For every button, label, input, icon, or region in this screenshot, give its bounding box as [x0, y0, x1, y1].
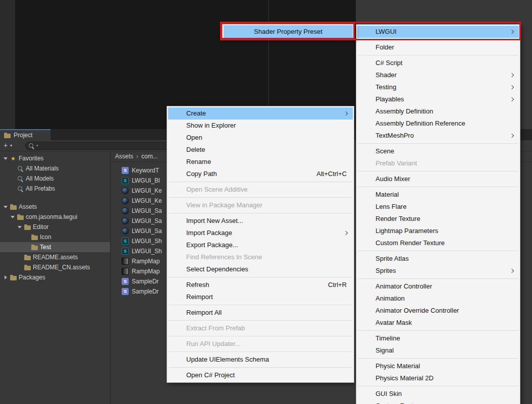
expander-icon[interactable]	[9, 216, 16, 218]
tree-item-editor[interactable]: Editor	[0, 222, 110, 232]
menu-item-sprite-atlas[interactable]: Sprite Atlas	[357, 253, 519, 265]
menu-item-label: Audio Mixer	[376, 175, 410, 183]
menu-item-export-package[interactable]: Export Package...	[168, 239, 353, 251]
lwgui-submenu: Shader Property Preset	[222, 24, 354, 40]
menu-item-scene[interactable]: Scene	[357, 145, 519, 157]
menu-item-c-script[interactable]: C# Script	[357, 57, 519, 69]
menu-item-label: Lens Flare	[376, 203, 406, 210]
star-icon: ★	[11, 156, 16, 161]
left-dock-strip	[0, 0, 15, 129]
create-asset-button[interactable]: +	[4, 141, 8, 149]
menu-item-refresh[interactable]: RefreshCtrl+R	[168, 279, 353, 291]
triangle-closed-icon	[5, 275, 7, 279]
menu-item-create[interactable]: Create	[168, 107, 353, 120]
menu-item-assembly-definition-reference[interactable]: Assembly Definition Reference	[357, 118, 519, 130]
menu-separator	[169, 367, 352, 368]
menu-item-lwgui[interactable]: LWGUI	[357, 26, 519, 38]
menu-item-label: Animator Controller	[376, 282, 432, 290]
menu-item-assembly-definition[interactable]: Assembly Definition	[357, 105, 519, 118]
menu-item-open[interactable]: Open	[168, 132, 353, 144]
tree-item-all-materials[interactable]: All Materials	[0, 163, 110, 174]
folder-icon	[30, 235, 38, 240]
tab-project[interactable]: Project	[0, 129, 50, 140]
menu-item-animation[interactable]: Animation	[357, 293, 519, 305]
menu-item-sprites[interactable]: Sprites	[357, 265, 519, 277]
menu-item-material[interactable]: Material	[357, 189, 519, 201]
menu-item-shader[interactable]: Shader	[357, 69, 519, 81]
menu-item-import-new-asset[interactable]: Import New Asset...	[168, 215, 353, 227]
menu-item-show-in-explorer[interactable]: Show in Explorer	[168, 120, 353, 132]
expander-icon[interactable]	[2, 275, 9, 279]
create-asset-caret-icon[interactable]: ▾	[10, 143, 12, 148]
tree-item-all-prefabs[interactable]: All Prefabs	[0, 184, 110, 194]
menu-item-label: Assembly Definition Reference	[376, 120, 465, 127]
menu-item-signal[interactable]: Signal	[357, 344, 519, 357]
menu-item-label: Playables	[376, 95, 404, 103]
expander-icon[interactable]	[2, 157, 9, 160]
submenu-arrow-icon	[344, 111, 348, 116]
menu-item-audio-mixer[interactable]: Audio Mixer	[357, 173, 519, 185]
menu-item-lens-flare[interactable]: Lens Flare	[357, 201, 519, 213]
expander-icon[interactable]	[2, 206, 9, 208]
breadcrumb-root[interactable]: Assets	[115, 153, 133, 160]
tree-item-packages[interactable]: Packages	[0, 272, 110, 282]
menu-item-render-texture[interactable]: Render Texture	[357, 213, 519, 225]
menu-item-reimport-all[interactable]: Reimport All	[168, 307, 353, 319]
menu-item-avatar-mask[interactable]: Avatar Mask	[357, 317, 519, 329]
file-item-label: LWGUI_Sh	[132, 238, 162, 245]
menu-item-timeline[interactable]: Timeline	[357, 332, 519, 344]
menu-item-testing[interactable]: Testing	[357, 81, 519, 93]
menu-item-animator-override-controller[interactable]: Animator Override Controller	[357, 305, 519, 317]
tree-item-label: Assets	[19, 203, 37, 210]
menu-item-select-dependencies[interactable]: Select Dependencies	[168, 263, 353, 275]
menu-separator	[358, 187, 518, 187]
menu-item-update-uielements-schema[interactable]: Update UIElements Schema	[168, 354, 353, 366]
menu-item-custom-render-texture[interactable]: Custom Render Texture	[357, 237, 519, 249]
menu-item-label: Reimport	[186, 293, 213, 301]
folder-icon	[31, 236, 38, 240]
folder-icon	[23, 255, 31, 260]
tree-item-icon[interactable]: Icon	[0, 232, 110, 242]
tree-item-label: README_CN.assets	[33, 264, 90, 271]
menu-item-physics-material-2d[interactable]: Physics Material 2D	[357, 372, 519, 384]
menu-item-physic-material[interactable]: Physic Material	[357, 360, 519, 372]
tree-item-assets[interactable]: Assets	[0, 202, 110, 212]
tree-item-com-jasonma-lwgui[interactable]: com.jasonma.lwgui	[0, 212, 110, 222]
menu-item-delete[interactable]: Delete	[168, 144, 353, 156]
menu-item-import-package[interactable]: Import Package	[168, 227, 353, 239]
menu-item-label: Delete	[186, 146, 205, 153]
menu-item-playables[interactable]: Playables	[357, 93, 519, 105]
search-icon	[16, 176, 24, 182]
menu-item-textmeshpro[interactable]: TextMeshPro	[357, 130, 519, 142]
tree-item-readme-cn-assets[interactable]: README_CN.assets	[0, 262, 110, 272]
folder-icon	[10, 205, 17, 210]
menu-item-copy-path[interactable]: Copy PathAlt+Ctrl+C	[168, 168, 353, 180]
submenu-arrow-icon	[510, 73, 514, 77]
expander-icon[interactable]	[16, 226, 23, 228]
shader-asset-icon: S	[122, 248, 129, 255]
menu-item-label: Assembly Definition	[376, 107, 433, 115]
search-filter-caret-icon[interactable]: ▾	[36, 144, 38, 148]
menu-item-label: Open	[186, 134, 202, 141]
menu-item-lightmap-parameters[interactable]: Lightmap Parameters	[357, 225, 519, 237]
tree-item-readme-assets[interactable]: README.assets	[0, 252, 110, 262]
menu-item-folder[interactable]: Folder	[357, 41, 519, 53]
folder-icon	[23, 265, 31, 270]
submenu-arrow-icon	[510, 134, 514, 138]
menu-item-rename[interactable]: Rename	[168, 156, 353, 168]
breadcrumb-current[interactable]: com...	[141, 153, 158, 160]
tree-item-test[interactable]: Test	[0, 242, 110, 252]
menu-item-reimport[interactable]: Reimport	[168, 291, 353, 303]
menu-item-gui-skin[interactable]: GUI Skin	[357, 388, 519, 400]
menu-item-shader-property-preset[interactable]: Shader Property Preset	[224, 25, 353, 38]
menu-separator	[358, 251, 518, 251]
tree-item-favorites[interactable]: ★Favorites	[0, 153, 110, 163]
menu-item-label: LWGUI	[376, 28, 397, 35]
menu-item-custom-font[interactable]: Custom Font	[357, 400, 519, 404]
tree-item-all-models[interactable]: All Models	[0, 174, 110, 184]
menu-item-animator-controller[interactable]: Animator Controller	[357, 280, 519, 293]
menu-separator	[358, 143, 518, 144]
file-item-label: SampleDr	[132, 278, 158, 285]
menu-item-open-c-project[interactable]: Open C# Project	[168, 369, 353, 381]
menu-item-label: Testing	[376, 83, 396, 91]
